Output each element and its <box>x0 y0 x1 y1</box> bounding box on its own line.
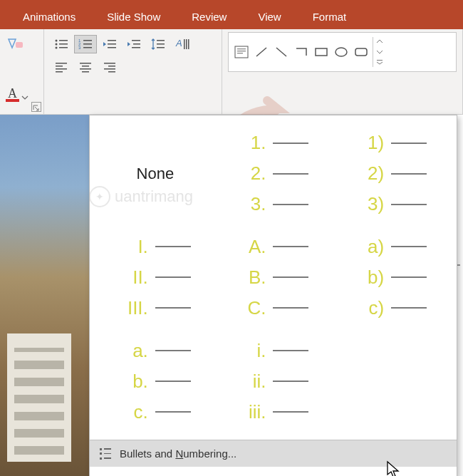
shape-rounded-rect[interactable] <box>353 43 370 61</box>
numbering-option-empty <box>335 333 447 430</box>
svg-point-45 <box>335 48 347 56</box>
shapes-gallery-more[interactable] <box>373 37 385 67</box>
shape-textbox[interactable] <box>233 43 250 61</box>
numbering-option-roman-lower[interactable]: i. ii. iii. <box>218 333 329 430</box>
svg-point-3 <box>56 43 58 46</box>
numbering-option-none[interactable]: None <box>100 125 211 222</box>
svg-rect-36 <box>104 68 115 70</box>
svg-rect-26 <box>56 63 67 64</box>
svg-point-5 <box>56 47 58 49</box>
bullets-button[interactable] <box>50 35 73 53</box>
ribbon-group-font: A <box>0 29 44 114</box>
tab-review[interactable]: Review <box>176 4 242 29</box>
svg-rect-44 <box>316 48 327 56</box>
align-left-button[interactable] <box>50 58 73 76</box>
svg-rect-35 <box>108 66 115 67</box>
svg-rect-25 <box>188 39 189 49</box>
numbering-button[interactable]: 123 <box>74 35 97 53</box>
increase-indent-button[interactable] <box>123 35 145 53</box>
line-spacing-button[interactable] <box>147 35 170 53</box>
svg-rect-21 <box>157 47 165 48</box>
bullets-numbering-label: Bullets and Numbering... <box>120 447 236 460</box>
svg-rect-23 <box>184 39 185 49</box>
svg-rect-30 <box>80 63 91 64</box>
svg-rect-18 <box>132 47 140 48</box>
numbering-option-alpha-upper[interactable]: A. B. C. <box>218 229 329 326</box>
svg-rect-16 <box>132 40 140 41</box>
tab-format[interactable]: Format <box>297 4 363 29</box>
shape-connector[interactable] <box>293 43 310 61</box>
shapes-gallery[interactable] <box>228 32 457 72</box>
font-color-button[interactable]: A <box>6 88 38 102</box>
bullets-numbering-menu-item[interactable]: Bullets and Numbering... <box>90 440 457 467</box>
svg-text:A: A <box>175 38 182 48</box>
svg-line-43 <box>276 48 286 56</box>
tab-animations[interactable]: Animations <box>7 4 91 29</box>
svg-rect-40 <box>237 51 246 51</box>
align-center-button[interactable] <box>74 58 97 76</box>
svg-rect-13 <box>108 40 116 41</box>
svg-rect-24 <box>186 39 187 49</box>
numbering-option-alpha-lower-paren[interactable]: a) b) c) <box>335 229 447 326</box>
decrease-indent-button[interactable] <box>98 35 121 53</box>
numbering-dropdown: None 1. 2. 3. 1) 2) 3) I. II. <box>89 115 457 476</box>
svg-rect-34 <box>104 63 115 64</box>
shape-line-diag2[interactable] <box>273 43 290 61</box>
svg-rect-38 <box>235 46 248 58</box>
svg-rect-28 <box>56 68 67 70</box>
text-direction-button[interactable]: A <box>171 35 194 53</box>
svg-line-42 <box>256 48 266 56</box>
slide-image-left <box>0 115 96 476</box>
font-color-glyph: A <box>6 88 19 102</box>
numbering-option-arabic-paren[interactable]: 1) 2) 3) <box>335 125 447 222</box>
ribbon-group-paragraph: 123 A <box>44 29 222 114</box>
align-right-button[interactable] <box>98 58 121 76</box>
svg-rect-10 <box>83 43 92 45</box>
building-graphic <box>7 333 71 462</box>
shape-rectangle[interactable] <box>313 43 330 61</box>
svg-rect-29 <box>56 71 63 73</box>
svg-rect-31 <box>82 66 89 67</box>
shape-oval[interactable] <box>333 43 350 61</box>
svg-rect-12 <box>83 47 92 48</box>
svg-rect-8 <box>83 40 92 41</box>
svg-rect-4 <box>59 43 68 45</box>
numbering-option-arabic-period[interactable]: 1. 2. 3. <box>218 125 329 222</box>
svg-rect-2 <box>59 40 68 41</box>
svg-rect-27 <box>56 66 63 67</box>
ribbon-tabs: Animations Slide Show Review View Format <box>0 4 463 29</box>
svg-rect-47 <box>377 60 383 61</box>
svg-rect-33 <box>82 71 89 73</box>
svg-rect-17 <box>133 43 140 45</box>
bullets-numbering-icon <box>100 448 113 460</box>
svg-rect-39 <box>237 48 246 49</box>
svg-rect-32 <box>80 68 91 70</box>
numbering-option-roman-upper[interactable]: I. II. III. <box>100 229 211 326</box>
shape-line-diag[interactable] <box>253 43 270 61</box>
numbering-option-alpha-lower-period[interactable]: a. b. c. <box>100 333 211 430</box>
svg-rect-46 <box>355 48 367 56</box>
font-dialog-launcher[interactable] <box>31 102 41 112</box>
tab-slide-show[interactable]: Slide Show <box>91 4 176 29</box>
svg-rect-6 <box>59 47 68 48</box>
svg-rect-37 <box>108 71 115 73</box>
svg-rect-0 <box>16 42 23 48</box>
svg-point-1 <box>56 40 58 42</box>
clear-formatting-button[interactable] <box>6 35 26 53</box>
chevron-down-icon[interactable] <box>21 91 28 98</box>
svg-rect-14 <box>108 43 116 45</box>
tab-view[interactable]: View <box>242 4 296 29</box>
mouse-cursor-icon <box>385 460 401 476</box>
svg-text:3: 3 <box>78 46 81 50</box>
svg-rect-41 <box>237 53 243 53</box>
svg-rect-19 <box>157 40 165 41</box>
svg-rect-15 <box>108 47 116 48</box>
svg-rect-20 <box>157 43 165 45</box>
